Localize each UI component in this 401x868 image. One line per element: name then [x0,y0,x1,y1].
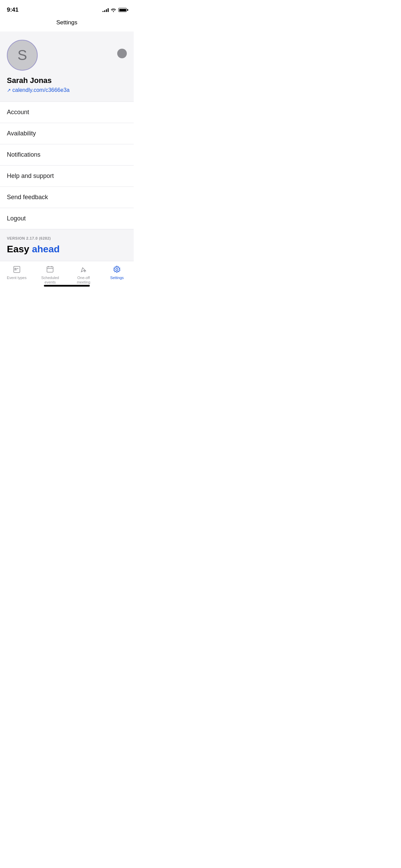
menu-item-feedback[interactable]: Send feedback [0,187,134,208]
menu-item-notifications[interactable]: Notifications [0,144,134,166]
tab-scheduled-events[interactable]: Scheduledevents [34,265,67,285]
home-indicator [44,285,90,287]
tab-scheduled-events-label: Scheduledevents [41,276,59,285]
tab-one-off-meeting[interactable]: One-offmeeting [67,265,100,285]
tab-settings-label: Settings [110,276,124,280]
tagline-blue: ahead [32,244,60,254]
profile-name: Sarah Jonas [7,76,127,85]
menu-item-logout[interactable]: Logout [0,208,134,229]
tab-bar: Event types Scheduledevents One-offmeeti… [0,261,134,289]
event-types-icon [12,265,22,274]
profile-link[interactable]: ↗ calendly.com/c3666e3a [7,87,127,93]
settings-icon [112,265,122,274]
version-section: VERSION 2.17.0 (6282) Easy ahead [0,229,134,263]
scheduled-events-icon [45,265,55,274]
wifi-icon [111,8,116,12]
profile-status-dot [117,49,127,58]
battery-icon [118,8,127,12]
tagline: Easy ahead [7,244,127,255]
status-icons [102,8,127,12]
tab-event-types-label: Event types [7,276,26,280]
menu-item-account[interactable]: Account [0,101,134,123]
tab-one-off-meeting-label: One-offmeeting [77,276,90,285]
external-link-icon: ↗ [7,87,11,93]
page-title: Settings [0,15,134,32]
status-bar: 9:41 [0,0,134,15]
svg-point-10 [116,268,118,270]
status-time: 9:41 [7,7,19,13]
tab-event-types[interactable]: Event types [0,265,34,280]
menu-item-help[interactable]: Help and support [0,166,134,187]
one-off-meeting-icon [79,265,88,274]
avatar-letter: S [17,47,27,63]
version-text: VERSION 2.17.0 (6282) [7,236,127,240]
svg-point-3 [15,268,15,269]
tagline-black: Easy [7,244,32,254]
signal-bars-icon [102,8,109,12]
avatar: S [7,40,38,71]
menu-item-availability[interactable]: Availability [0,123,134,144]
profile-section: S Sarah Jonas ↗ calendly.com/c3666e3a [0,32,134,101]
svg-rect-5 [47,267,53,272]
svg-point-4 [15,269,15,270]
profile-url: calendly.com/c3666e3a [12,87,70,93]
menu-section: Account Availability Notifications Help … [0,101,134,229]
tab-settings[interactable]: Settings [100,265,134,280]
